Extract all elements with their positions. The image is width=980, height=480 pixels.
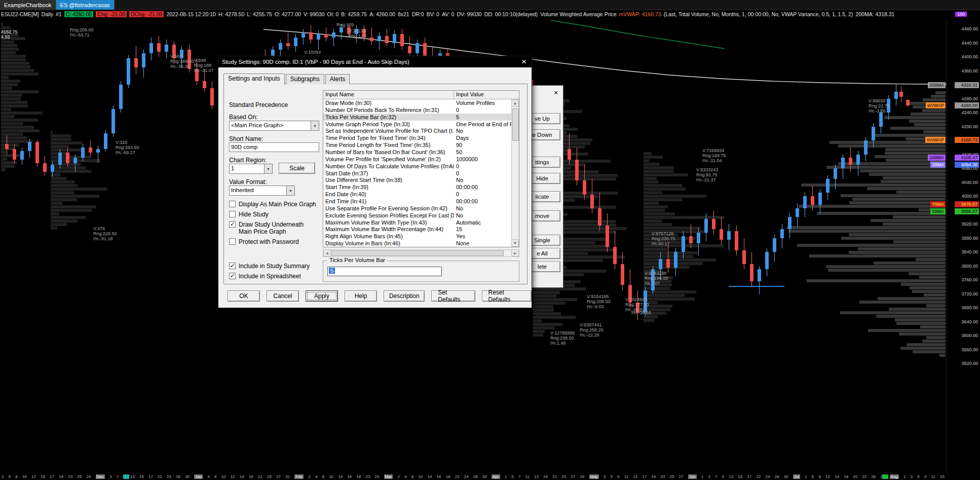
chevron-down-icon[interactable]: ▼: [286, 186, 295, 196]
scroll-up-icon[interactable]: ▲: [511, 99, 519, 107]
dialog-title[interactable]: Study Settings: 90D comp. ID:1 (VbP - 90…: [218, 56, 532, 67]
input-row[interactable]: Number of Bars for 'Based On Bar Count' …: [323, 149, 511, 156]
vertical-scrollbar[interactable]: ▲ ▼: [511, 99, 519, 247]
study-option-checkbox[interactable]: Display As Main Price Graph: [229, 201, 320, 208]
horizontal-scrollbar[interactable]: ◄ ►: [323, 249, 519, 257]
tab-alerts[interactable]: Alerts: [325, 74, 350, 84]
input-row[interactable]: Maximum Volume Bar Width Type (In:43)Aut…: [323, 219, 511, 226]
checkbox[interactable]: [229, 273, 236, 279]
input-row[interactable]: Use Separate Profile For Evening Session…: [323, 205, 511, 212]
inputs-table[interactable]: Input Name Input Value Draw Mode (In:30)…: [323, 90, 519, 247]
based-on-value: <Main Price Graph>: [229, 121, 311, 131]
candlestick: [340, 27, 343, 32]
candlestick: [370, 38, 373, 41]
input-row[interactable]: Use Different Start Time (In:38)No: [323, 176, 511, 183]
input-row[interactable]: Time Period Length for 'Fixed Time' (In:…: [323, 141, 511, 149]
studies-dialog-button[interactable]: Single: [532, 235, 560, 246]
input-row[interactable]: Set as Independent Volume Profile for TP…: [323, 127, 511, 134]
checkbox[interactable]: [229, 263, 236, 269]
input-row[interactable]: Display Volume in Bars (In:46)None: [323, 240, 511, 247]
input-row[interactable]: Number Of Periods Back To Reference (In:…: [323, 106, 511, 114]
study-option-checkbox[interactable]: Hide Study: [229, 211, 320, 218]
study-include-checkbox[interactable]: Include in Spreadsheet: [229, 273, 320, 280]
info-segment: H: 4278.50: [218, 11, 244, 17]
study-option-checkbox[interactable]: Draw Study Underneath Main Price Graph: [229, 221, 320, 235]
input-row[interactable]: Right Align Volume Bars (In:45)Yes: [323, 233, 511, 240]
study-option-checkbox[interactable]: Protect with Password: [229, 238, 320, 245]
reset-defaults-button[interactable]: Reset Defaults: [482, 290, 532, 302]
checkbox[interactable]: [229, 221, 236, 228]
info-segment: mVWAP: 4160.73: [619, 11, 661, 17]
tab-symbol[interactable]: ES @ftstradercasas: [56, 0, 115, 10]
studies-dialog-button[interactable]: move: [532, 210, 560, 221]
volume-profile-bar: [1, 41, 14, 44]
scroll-right-icon[interactable]: ►: [511, 249, 519, 256]
input-row[interactable]: End Time (In:41)00:00:00: [323, 198, 511, 205]
volume-profile-bar: [896, 322, 946, 325]
volume-profile-bar: [807, 279, 946, 282]
input-row[interactable]: Maximum Volume Bar Width Percentage (In:…: [323, 226, 511, 233]
ok-button[interactable]: OK: [228, 290, 260, 302]
scroll-down-icon[interactable]: ▼: [511, 239, 519, 247]
studies-dialog-button[interactable]: Hide: [532, 173, 560, 184]
scrollbar-thumb[interactable]: [512, 108, 519, 141]
chevron-down-icon[interactable]: ▼: [311, 121, 319, 131]
input-row[interactable]: Start Date (In:37)0: [323, 170, 511, 177]
scale-button[interactable]: Scale: [279, 163, 315, 174]
input-row[interactable]: Exclude Evening Session Profiles Except …: [323, 212, 511, 219]
price-scale[interactable]: 4480.004440.004400.004360.004320.004280.…: [947, 20, 980, 474]
studies-dialog-button[interactable]: licate: [532, 191, 560, 202]
input-row[interactable]: Number Of Days To Calculate Volume Profi…: [323, 163, 511, 170]
study-include-checkbox[interactable]: Include in Study Summary: [229, 263, 320, 270]
chevron-down-icon[interactable]: ▼: [264, 164, 273, 174]
checkbox[interactable]: [229, 238, 236, 245]
candlestick: [697, 233, 700, 243]
volume-profile-bar: [1, 133, 23, 136]
set-defaults-button[interactable]: Set Defaults: [431, 290, 475, 302]
input-row[interactable]: Volume Per Profile for 'Specified Volume…: [323, 156, 511, 163]
input-row[interactable]: Volume Graph Period Type (In:33)One Peri…: [323, 121, 511, 128]
candlestick: [590, 195, 594, 209]
column-input-value[interactable]: Input Value: [454, 91, 519, 99]
column-input-name[interactable]: Input Name: [323, 91, 454, 99]
tab-chartbook[interactable]: ExampleChartbook: [0, 0, 56, 10]
short-name-input[interactable]: 90D comp: [229, 142, 319, 152]
input-value-cell: 5: [454, 114, 511, 120]
input-row[interactable]: End Date (In:40)0: [323, 191, 511, 198]
date-label: 21: [552, 474, 557, 479]
input-row[interactable]: Draw Mode (In:30)Volume Profiles: [323, 99, 511, 106]
volume-profile-bar: [910, 286, 946, 289]
apply-button[interactable]: Apply: [306, 290, 338, 302]
checkbox[interactable]: [229, 211, 236, 217]
studies-dialog-button[interactable]: e All: [532, 248, 560, 259]
scrollbar-thumb[interactable]: [331, 250, 504, 256]
scroll-left-icon[interactable]: ◄: [323, 249, 331, 256]
tab-settings-and-inputs[interactable]: Settings and Inputs: [223, 73, 285, 85]
cancel-button[interactable]: Cancel: [267, 290, 299, 302]
info-segment: A: 4260.00: [369, 11, 395, 17]
date-label: 15: [940, 474, 945, 479]
checkbox[interactable]: [229, 201, 236, 207]
close-icon[interactable]: ✕: [518, 56, 530, 67]
close-icon[interactable]: ✕: [551, 90, 560, 98]
input-row[interactable]: Start Time (In:39)00:00:00: [323, 183, 511, 191]
description-button[interactable]: Description: [384, 290, 425, 302]
help-button[interactable]: Help: [345, 290, 377, 302]
studies-dialog-button[interactable]: ve Up: [532, 113, 560, 124]
tab-subgraphs[interactable]: Subgraphs: [286, 74, 324, 84]
volume-profile-bar: [799, 205, 946, 208]
time-axis[interactable]: 2681012151719232529Dec37913151721232830J…: [0, 473, 947, 480]
based-on-select[interactable]: <Main Price Graph> ▼: [229, 121, 319, 131]
input-value-field[interactable]: 5: [327, 267, 442, 276]
input-name-cell: Volume Graph Period Type (In:33): [323, 121, 454, 127]
volume-profile-bar: [883, 223, 946, 226]
input-row[interactable]: Time Period Type for 'Fixed Time' (In:34…: [323, 134, 511, 141]
input-row[interactable]: Ticks Per Volume Bar (In:32)5: [323, 114, 511, 121]
studies-dialog-button[interactable]: e Down: [532, 129, 560, 140]
volume-profile-bar: [926, 304, 946, 307]
date-label: 25: [669, 474, 674, 479]
studies-dialog-button[interactable]: ttings: [532, 157, 560, 168]
chart-region-select[interactable]: 1 ▼: [229, 164, 273, 174]
studies-dialog-button[interactable]: lete: [532, 261, 560, 272]
value-format-select[interactable]: Inherited ▼: [229, 186, 295, 196]
